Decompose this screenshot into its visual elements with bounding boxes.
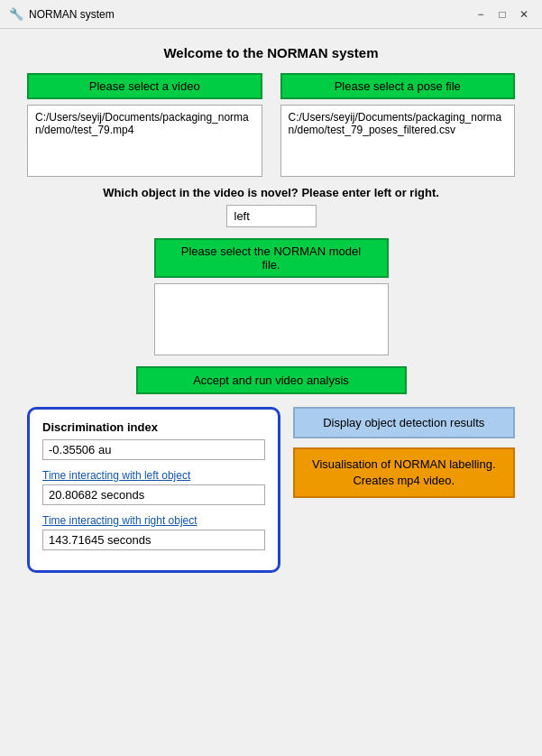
discrimination-box: Discrimination index -0.35506 au Time in… <box>27 407 280 573</box>
select-video-button[interactable]: Please select a video <box>27 73 262 99</box>
left-time-label: Time interacting with left object <box>42 469 265 482</box>
select-model-button[interactable]: Please select the NORMAN model file. <box>154 238 389 278</box>
novel-input[interactable] <box>226 205 317 227</box>
title-bar: 🔧 NORMAN system − □ ✕ <box>0 0 542 29</box>
video-path-display: C:/Users/seyij/Documents/packaging_norma… <box>27 105 262 177</box>
maximize-button[interactable]: □ <box>493 5 511 23</box>
right-time-value: 143.71645 seconds <box>42 530 265 550</box>
select-pose-button[interactable]: Please select a pose file <box>280 73 516 99</box>
visualise-button[interactable]: Visualisation of NORMAN labelling. Creat… <box>293 447 516 498</box>
close-button[interactable]: ✕ <box>515 5 533 23</box>
app-icon: 🔧 <box>9 7 23 22</box>
discrimination-value: -0.35506 au <box>42 439 265 460</box>
discrimination-title: Discrimination index <box>42 420 265 434</box>
accept-run-button[interactable]: Accept and run video analysis <box>136 366 407 394</box>
left-time-value: 20.80682 seconds <box>42 484 265 505</box>
model-path-display <box>154 283 389 355</box>
page-title: Welcome to the NORMAN system <box>27 45 515 60</box>
minimize-button[interactable]: − <box>472 5 490 23</box>
pose-path-display: C:/Users/seyij/Documents/packaging_norma… <box>280 105 516 177</box>
detect-results-button[interactable]: Display object detection results <box>293 407 516 438</box>
right-time-label: Time interacting with right object <box>42 514 265 527</box>
novel-question: Which object in the video is novel? Plea… <box>27 186 515 199</box>
title-text: NORMAN system <box>29 8 468 21</box>
